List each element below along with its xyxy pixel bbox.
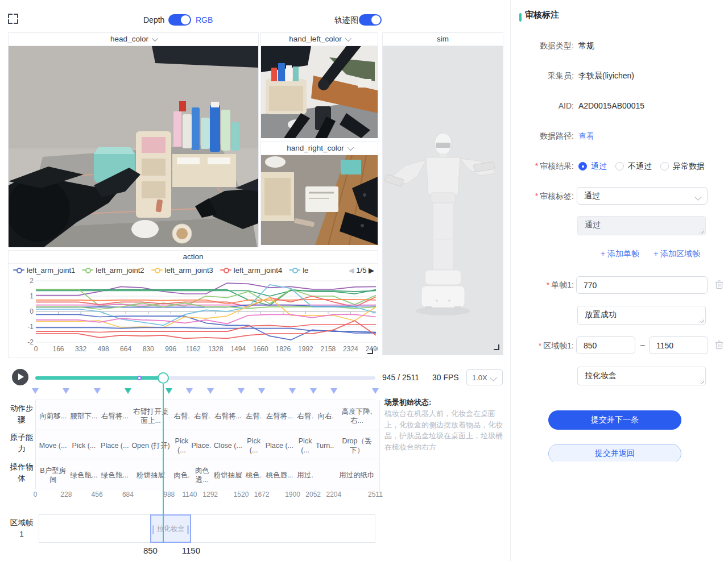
step-cell-object[interactable]: 粉饼抽屉 <box>129 459 173 491</box>
step-cell-object[interactable]: B户型房间 <box>36 459 71 491</box>
review-result-label: *审核结果: <box>515 161 574 172</box>
head-camera-select[interactable]: head_color <box>9 33 258 46</box>
step-cell-action[interactable]: 向前移... <box>36 400 71 432</box>
boundary-marker[interactable] <box>32 388 39 394</box>
legend-item-le[interactable]: le <box>289 266 308 275</box>
step-cell-ability[interactable]: Open (打开) <box>129 430 173 462</box>
timeline-slider-handle[interactable] <box>158 372 169 384</box>
hand-left-camera-image <box>261 46 378 138</box>
delete-region-frame-icon[interactable] <box>715 340 723 350</box>
depth-rgb-toggle[interactable] <box>168 14 191 26</box>
resize-grip-icon[interactable] <box>699 228 704 234</box>
step-cell-object[interactable]: 粉饼抽屉 <box>211 459 246 491</box>
boundary-marker[interactable] <box>186 388 193 394</box>
radio-fail[interactable] <box>615 162 624 171</box>
legend-marker-icon <box>82 267 93 273</box>
submit-back-button[interactable]: 提交并返回 <box>548 444 681 462</box>
boundary-marker[interactable] <box>372 388 379 394</box>
boundary-marker[interactable] <box>310 388 317 394</box>
segment-right-handle[interactable] <box>187 525 189 534</box>
frame-axis-number: 2511 <box>363 491 388 498</box>
step-cell-action[interactable]: 右臂打开桌面上... <box>129 400 173 432</box>
segment-left-handle[interactable] <box>152 525 154 534</box>
step-cell-ability[interactable]: Pick (... <box>67 430 101 462</box>
boundary-marker[interactable] <box>125 388 131 394</box>
current-frame-line <box>163 384 164 543</box>
radio-pass[interactable] <box>578 162 587 171</box>
region-track[interactable] <box>39 514 375 543</box>
hand-right-camera-select[interactable]: hand_right_color <box>261 142 378 155</box>
speed-select[interactable]: 1.0X <box>466 369 503 385</box>
fullscreen-icon[interactable] <box>8 14 18 24</box>
region-segment-label: 拉化妆盒 <box>157 524 184 534</box>
region-start-input[interactable]: 850 <box>576 336 635 354</box>
legend-prev-icon[interactable]: ◀ <box>349 266 354 275</box>
play-button[interactable] <box>12 369 28 385</box>
legend-item-left_arm_joint2[interactable]: left_arm_joint2 <box>82 266 144 275</box>
trajectory-toggle[interactable] <box>359 14 382 26</box>
region-end-input[interactable]: 1150 <box>649 336 708 354</box>
legend-item-left_arm_joint4[interactable]: left_arm_joint4 <box>220 266 282 275</box>
radio-abnormal-label[interactable]: 异常数据 <box>673 161 705 172</box>
data-path-view-link[interactable]: 查看 <box>578 131 594 142</box>
review-tag-select[interactable]: 通过 <box>577 187 708 205</box>
step-cell-ability[interactable]: Place (... <box>98 430 133 462</box>
step-cell-object[interactable]: 桃色唇... <box>262 459 297 491</box>
hand-right-camera-title: hand_right_color <box>287 144 344 152</box>
boundary-marker[interactable] <box>238 388 245 394</box>
timeline-slider-fill <box>35 376 163 380</box>
frame-axis-number: 684 <box>115 491 140 498</box>
boundary-marker[interactable] <box>330 388 337 394</box>
radio-fail-label[interactable]: 不通过 <box>628 161 652 172</box>
boundary-marker[interactable] <box>166 388 172 394</box>
resize-grip-icon[interactable] <box>699 318 704 323</box>
fps-label: 30 FPS <box>432 373 459 382</box>
aid-label: AID: <box>515 101 574 110</box>
region-segment[interactable]: 拉化妆盒 <box>150 514 191 543</box>
data-path-label: 数据路径: <box>515 131 574 142</box>
legend-item-left_arm_joint3[interactable]: left_arm_joint3 <box>151 266 213 275</box>
hand-left-camera-select[interactable]: hand_left_color <box>261 33 378 46</box>
boundary-marker[interactable] <box>207 388 214 394</box>
x-tick-label: 2324 <box>339 345 362 353</box>
frame-axis-number: 228 <box>53 491 78 498</box>
depth-label: Depth <box>143 15 164 24</box>
step-cell-action[interactable]: 右臂将... <box>211 400 246 432</box>
add-region-frame-link[interactable]: + 添加区域帧 <box>653 249 700 259</box>
boundary-marker[interactable] <box>94 388 101 394</box>
step-cell-object[interactable]: 绿色瓶... <box>98 459 133 491</box>
review-tag-note[interactable]: 通过 <box>577 216 706 235</box>
step-cell-object[interactable]: 用过的纸巾 <box>334 459 380 491</box>
single-frame-input[interactable]: 770 <box>576 276 708 294</box>
boundary-marker[interactable] <box>289 388 296 394</box>
line-pink-1 <box>36 305 376 305</box>
legend-item-left_arm_joint1[interactable]: left_arm_joint1 <box>13 266 75 275</box>
step-cell-object[interactable]: 绿色瓶... <box>67 459 101 491</box>
region-frame-note[interactable]: 拉化妆盒 <box>577 367 706 385</box>
sim-robot-view[interactable] <box>383 46 503 355</box>
step-cell-action[interactable]: 左臂将... <box>262 400 297 432</box>
frame-axis-number: 2204 <box>321 491 346 498</box>
add-single-frame-link[interactable]: + 添加单帧 <box>601 249 639 259</box>
step-cell-ability[interactable]: Move (... <box>36 430 71 462</box>
step-cell-action[interactable]: 腰部下... <box>67 400 101 432</box>
delete-single-frame-icon[interactable] <box>715 280 723 289</box>
head-camera-title: head_color <box>110 35 148 43</box>
boundary-marker[interactable] <box>258 388 265 394</box>
boundary-marker[interactable] <box>63 388 69 394</box>
radio-abnormal[interactable] <box>660 162 669 171</box>
submit-next-button[interactable]: 提交并下一条 <box>548 410 681 430</box>
step-cell-ability[interactable]: Drop（丢下） <box>334 430 380 462</box>
legend-next-icon[interactable]: ▶ <box>369 266 374 275</box>
step-cell-action[interactable]: 右臂将... <box>98 400 133 432</box>
resize-grip-icon[interactable] <box>699 379 704 384</box>
radio-pass-label[interactable]: 通过 <box>591 161 607 172</box>
step-cell-ability[interactable]: Close (... <box>211 430 246 462</box>
step-cell-ability[interactable]: Place (... <box>262 430 297 462</box>
step-row-label: 动作步骤 <box>9 400 34 429</box>
step-cell-action[interactable]: 高度下降, 右... <box>334 400 380 432</box>
resize-corner-icon[interactable] <box>494 344 499 350</box>
toggle-knob <box>181 15 190 24</box>
single-frame-note[interactable]: 放置成功 <box>577 306 706 325</box>
legend-marker-icon <box>289 267 300 273</box>
